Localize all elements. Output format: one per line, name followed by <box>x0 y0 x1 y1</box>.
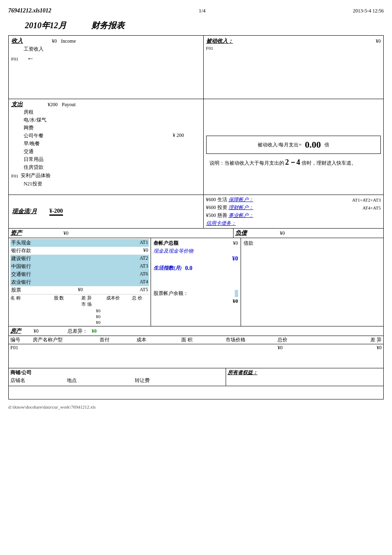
stock-row-0: ¥0 <box>10 308 149 314</box>
cf-label-2: 慈善 <box>217 212 227 218</box>
income-row: 收入 ¥0 Income 工资收入 F01 ← 被动收入： ¥0 F01 <box>8 35 384 99</box>
payout-item-6: 日常用品 <box>11 156 201 163</box>
cf-prefix-2: ¥500 <box>206 212 216 218</box>
footer-path: d:\iknow\docshare\data\cur_work\76941212… <box>8 404 96 409</box>
prop-r0-area <box>181 345 226 351</box>
report-name: 财务报表 <box>91 20 124 31</box>
passive-income-section: 被动收入： ¥0 F01 <box>204 36 383 99</box>
assets-body: 手头现金 AT1 银行存款 ¥0 建设银行 AT2 中国银行 AT3 交通银行 … <box>8 238 384 326</box>
shop-columns: 店铺名 地点 转让费 <box>10 376 224 385</box>
cf-sublabel-2: 事业帐户： <box>229 212 253 218</box>
cash-in-hand-row: 手头现金 AT1 <box>10 239 149 247</box>
payout-item-7: 住房贷款 <box>11 163 201 171</box>
sr2-diff: ¥0 <box>73 320 100 325</box>
income-f01-row: F01 ← <box>11 54 201 64</box>
bottom-border <box>8 399 384 399</box>
stocks-label: 股票 <box>11 287 21 294</box>
assets-header: 资产 ¥0 负债 ¥0 <box>8 228 384 238</box>
bank-name-3: 农业银行 <box>11 279 31 286</box>
payout-right-panel: 被动收入/每月支出= 0.00 倍 说明：当被动收入大于每月支出的 2－4 倍时… <box>204 99 383 195</box>
assets-label: 资产 <box>10 229 22 237</box>
shop-section: 商铺/公司 店铺名 地点 转让费 所有者权益： <box>8 368 384 399</box>
cashflow-line-2-content: ¥500 慈善 事业帐户： <box>206 212 253 219</box>
cf-sublabel-0: 保障帐户： <box>229 197 253 202</box>
bank-code-3: AT4 <box>139 279 148 286</box>
payout-code: F01 <box>11 173 18 178</box>
passive-label: 被动收入： <box>206 37 233 45</box>
filename: 76941212.xls1012 <box>8 7 51 14</box>
payout-amount: ¥200 <box>48 102 58 108</box>
payout-item-mortgage: 安利产品体验 <box>21 172 51 180</box>
prop-r0-diff: ¥0 <box>322 345 382 351</box>
prop-th-0: 编号 <box>10 336 33 343</box>
three-accounts-amount2: ¥0 <box>153 255 238 263</box>
shop-row: 商铺/公司 店铺名 地点 转让费 所有者权益： <box>9 368 383 386</box>
payout-item-3: 公司午餐 <box>24 132 44 139</box>
passive-amount: ¥0 <box>376 38 381 44</box>
cashflow-right: ¥600 生活 保障帐户： AT1+AT2+AT3 ¥600 投资 理财帐户： … <box>204 195 383 228</box>
page-number: 1/4 <box>199 7 206 14</box>
loans-row: 借款 <box>243 239 382 248</box>
cashflow-line-2: ¥500 慈善 事业帐户： <box>205 212 382 219</box>
payout-section: 支出 ¥200 Payout 房租 电/水/煤气 网费 公司午餐 ¥ 200 早… <box>9 99 204 195</box>
lunch-amount: ¥ 200 <box>173 132 184 139</box>
payout-label: 支出 <box>11 101 23 108</box>
liabilities-label: 负债 <box>235 229 247 237</box>
bank-code-0: AT2 <box>139 255 148 262</box>
cashflow-left: 现金流/月 ¥-200 <box>9 195 204 228</box>
prop-th-5: 市场价格 <box>226 336 278 343</box>
shop-label: 商铺/公司 <box>10 369 224 376</box>
sr0-name <box>10 308 45 313</box>
shop-right: 所有者权益： <box>226 368 383 386</box>
passive-ratio-box: 被动收入/每月支出= 0.00 倍 <box>206 136 381 154</box>
cash-label: 手头现金 <box>11 239 31 246</box>
shop-col-0: 店铺名 <box>10 377 25 384</box>
payout-item-2: 网费 <box>11 124 201 132</box>
prop-th-4: 面 积 <box>181 336 226 343</box>
bank-code-2: AT6 <box>139 271 148 278</box>
cashflow-line-0: ¥600 生活 保障帐户： AT1+AT2+AT3 <box>205 196 382 204</box>
passive-ratio-label: 被动收入/每月支出= <box>258 141 302 148</box>
stocks-th-name: 名 称 <box>10 295 45 307</box>
shop-spacer <box>9 386 383 399</box>
equity-label: 所有者权益： <box>228 370 258 375</box>
shop-left: 商铺/公司 店铺名 地点 转让费 <box>9 368 226 386</box>
payout-item-0: 房租 <box>11 108 201 116</box>
cf-prefix-0: ¥600 <box>206 197 216 202</box>
prop-th-2: 首付 <box>100 336 137 343</box>
assets-liabilities-header: 负债 ¥0 <box>234 229 383 238</box>
cashflow-amount: ¥-200 <box>49 208 63 216</box>
cf-label-1: 投资 <box>217 204 227 210</box>
sr1-diff: ¥0 <box>73 314 100 319</box>
page-header: 76941212.xls1012 1/4 2013-5-4 12:56 <box>8 4 384 16</box>
assets-header-left: 资产 ¥0 <box>9 229 234 238</box>
cashflow-line-1-content: ¥600 投资 理财帐户： <box>206 204 253 211</box>
life-index-label: 生活指数(月) <box>153 265 182 272</box>
stocks-th-shares: 股 数 <box>45 295 73 307</box>
note-range: 2－4 <box>285 158 300 166</box>
passive-code: F01 <box>206 45 381 51</box>
shop-col-2: 转让费 <box>135 377 150 384</box>
stock-row-1: ¥0 <box>10 314 149 319</box>
prop-th-1: 房产名称户型 <box>33 336 100 343</box>
bank-code-1: AT3 <box>139 263 148 270</box>
cashflow-line-1: ¥600 投资 理财帐户： AT4+AT5 <box>205 204 382 212</box>
property-amount: ¥0 <box>34 328 39 334</box>
property-header: 房产 ¥0 总差异： ¥0 <box>9 326 383 336</box>
three-accounts-sublabel: 现金及现金等价物 <box>153 247 238 255</box>
cf-prefix-1: ¥600 <box>206 204 216 210</box>
stocks-code: AT5 <box>139 287 148 294</box>
property-diff-label: 总差异： <box>68 328 88 335</box>
cash-code: AT1 <box>139 239 148 246</box>
assets-cash-section: 手头现金 AT1 银行存款 ¥0 建设银行 AT2 中国银行 AT3 交通银行 … <box>9 238 151 326</box>
passive-header: 被动收入： ¥0 <box>206 37 381 45</box>
three-accounts-header: 叁帐户总额 ¥0 现金及现金等价物 ¥0 <box>153 239 239 264</box>
payout-f01-row: F01 安利产品体验 <box>11 171 201 180</box>
passive-ratio-value: 0.00 <box>305 139 321 150</box>
cf-label-0: 生活 <box>217 197 227 202</box>
three-accounts-section: 叁帐户总额 ¥0 现金及现金等价物 ¥0 生活指数(月) 0.0 股票帐户余额：… <box>151 238 241 326</box>
liabilities-section: 借款 <box>241 238 383 326</box>
payout-header: 支出 ¥200 Payout <box>11 101 201 108</box>
stocks-balance-bg <box>235 290 238 297</box>
note-box: 说明：当被动收入大于每月支出的 2－4 倍时，理财进入快车道。 <box>206 154 381 171</box>
